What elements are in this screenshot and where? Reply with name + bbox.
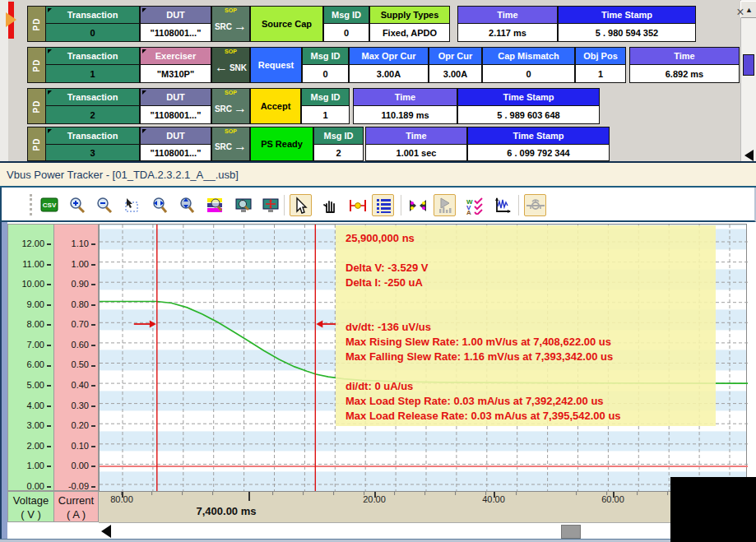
toolbar-grip[interactable] xyxy=(30,194,32,215)
direction-cell: SOP SRC→ xyxy=(211,88,250,124)
horizontal-scrollbar[interactable] xyxy=(99,522,756,540)
dvdt-label: dv/dt: -136 uV/us xyxy=(346,320,716,335)
view-zoom-button[interactable] xyxy=(232,194,254,216)
zoom-in-button[interactable] xyxy=(66,194,88,216)
opr-cur-header: Opr Cur xyxy=(429,47,482,65)
voltage-tick-label: 3.00 xyxy=(27,420,51,430)
toolbar-separator xyxy=(518,195,519,215)
src-arrow-icon: → xyxy=(234,142,247,151)
delta-measure-button[interactable] xyxy=(346,194,369,216)
device-header: Exerciser xyxy=(140,47,211,65)
scrollbar-thumb[interactable] xyxy=(561,525,581,539)
waveform-scale-icon xyxy=(494,197,512,215)
window-left-frame xyxy=(2,222,7,539)
toolbar-separator xyxy=(284,195,285,215)
zoom-region-button[interactable] xyxy=(120,194,142,216)
sop-label: SOP xyxy=(225,7,237,13)
voltage-tick-label: 8.00 xyxy=(27,319,51,329)
histogram-button[interactable] xyxy=(434,194,456,216)
fit-to-screen-icon xyxy=(262,197,280,215)
msg-id-value: 0 xyxy=(323,23,369,42)
zoom-horizontal-button[interactable] xyxy=(148,194,170,216)
obj-pos-header: Obj Pos xyxy=(575,47,626,65)
x-tick-label: 20.00 xyxy=(348,494,401,504)
voltage-tick-label: 2.00 xyxy=(27,441,51,451)
supply-types-header: Supply Types xyxy=(369,6,450,24)
svg-text:CSV: CSV xyxy=(42,202,56,209)
x-tick-label: 60.00 xyxy=(587,494,639,504)
message-type-cell[interactable]: PS Ready xyxy=(250,127,313,161)
protocol-vertical-scrollbar[interactable] xyxy=(740,0,756,161)
voltage-tick-label: 11.00 xyxy=(22,259,51,269)
protocol-trace-view: PD Transaction 0 DUT "1108001..." SOP SR… xyxy=(0,0,756,161)
export-csv-button[interactable]: CSV xyxy=(38,194,60,216)
time-axis-ruler[interactable]: 80.00 20.00 40.00 60.00 7,400.00 ms xyxy=(99,491,756,522)
close-button[interactable]: × xyxy=(733,5,748,20)
histogram-icon xyxy=(436,197,454,215)
pd-protocol-badge: PD xyxy=(27,88,46,124)
voltage-tick-label: 9.00 xyxy=(27,299,51,309)
current-tick-label: 1.00 xyxy=(72,259,95,269)
time-value: 1.001 sec xyxy=(365,144,467,161)
device-value: "M310P" xyxy=(140,64,211,83)
msg-id-value: 1 xyxy=(301,105,350,124)
voltage-tick-label: 7.00 xyxy=(27,340,51,350)
fit-to-screen-button[interactable] xyxy=(259,194,281,216)
pd-protocol-badge: PD xyxy=(27,6,46,42)
voltage-axis: 12.0011.0010.009.008.007.006.005.004.003… xyxy=(7,224,54,491)
window-title: Vbus Power Tracker - [01_TDA.2.3.2.1_A__… xyxy=(7,169,239,181)
transaction-row-0[interactable]: PD Transaction 0 DUT "1108001..." SOP SR… xyxy=(0,6,756,43)
zoom-out-button[interactable] xyxy=(93,194,115,216)
window-bottom-border xyxy=(0,539,756,542)
current-tick-label: 0.80 xyxy=(72,299,95,309)
mirror-compare-button[interactable] xyxy=(406,194,429,216)
select-cursor-button[interactable] xyxy=(290,194,312,216)
current-tick-label: -0.09 xyxy=(68,481,95,491)
max-load-release-label: Max Load Release Rate: 0.03 mA/us at 7,3… xyxy=(346,409,716,424)
voltage-tick-label: 4.00 xyxy=(27,401,51,410)
obj-pos-value: 1 xyxy=(575,64,626,83)
max-opr-cur-header: Max Opr Cur xyxy=(349,47,429,65)
voltage-tick-label: 10.00 xyxy=(21,279,51,289)
message-type-cell[interactable]: Source Cap xyxy=(250,6,323,42)
msg-id-header: Msg ID xyxy=(323,6,369,24)
probe-settings-button[interactable] xyxy=(524,194,546,216)
show-list-button[interactable] xyxy=(372,194,394,216)
pass-fail-checks-button[interactable]: W V A xyxy=(463,194,485,216)
transaction-header: Transaction xyxy=(45,6,140,24)
transaction-row-1[interactable]: PD Transaction 1 Exerciser "M310P" SOP ←… xyxy=(0,47,756,84)
tracker-title-bar[interactable]: Vbus Power Tracker - [01_TDA.2.3.2.1_A__… xyxy=(0,161,756,188)
delta-measure-icon xyxy=(348,197,368,215)
voltage-tick-label: 0.00 xyxy=(27,481,51,491)
scroll-left-icon[interactable] xyxy=(101,525,111,538)
display-colors-button[interactable] xyxy=(203,194,225,216)
current-tick-label: 0.40 xyxy=(72,380,95,390)
message-type-cell[interactable]: Request xyxy=(250,47,302,83)
msg-id-value: 2 xyxy=(313,144,364,161)
current-tick-label: 0.90 xyxy=(72,279,95,289)
probe-settings-icon xyxy=(526,197,545,215)
zoom-vertical-button[interactable] xyxy=(175,194,197,216)
time-stamp-header: Time Stamp xyxy=(467,127,610,145)
transaction-number: 0 xyxy=(45,23,140,42)
current-tick-label: 0.20 xyxy=(72,420,95,430)
message-type-cell[interactable]: Accept xyxy=(250,88,301,124)
time-value: 6.892 ms xyxy=(629,64,740,83)
transaction-number: 2 xyxy=(45,105,140,124)
transaction-number: 1 xyxy=(45,64,140,83)
svg-text:A: A xyxy=(466,209,471,215)
current-tick-label: 0.50 xyxy=(72,359,95,369)
delta-i-label: Delta I: -250 uA xyxy=(346,276,716,290)
device-value: "1108001..." xyxy=(140,105,211,124)
max-falling-slew-label: Max Falling Slew Rate: 1.16 mV/us at 7,3… xyxy=(346,350,716,364)
display-colors-icon xyxy=(206,197,224,215)
transaction-row-3[interactable]: PD Transaction 3 DUT "1108001..." SOP SR… xyxy=(0,127,756,164)
export-csv-icon: CSV xyxy=(40,197,58,215)
transaction-row-2[interactable]: PD Transaction 2 DUT "1108001..." SOP SR… xyxy=(0,88,756,125)
src-arrow-icon: → xyxy=(234,104,247,113)
time-stamp-value: 5 . 980 594 352 xyxy=(558,23,696,42)
current-axis: 1.101.000.900.800.700.600.500.400.300.20… xyxy=(54,224,99,491)
zoom-in-icon xyxy=(68,197,86,215)
pan-hand-button[interactable] xyxy=(319,194,341,216)
waveform-scale-button[interactable] xyxy=(491,194,513,216)
